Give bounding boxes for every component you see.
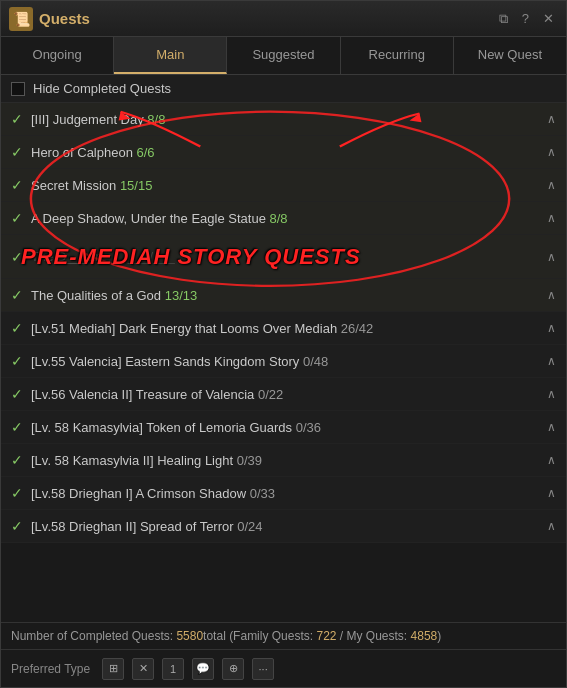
check-icon: ✓ bbox=[11, 111, 23, 127]
tab-bar: Ongoing Main Suggested Recurring New Que… bbox=[1, 37, 566, 75]
pref-icon-1[interactable]: 1 bbox=[162, 658, 184, 680]
pref-icon-chat[interactable]: 💬 bbox=[192, 658, 214, 680]
expand-icon[interactable]: ∧ bbox=[547, 486, 556, 500]
window-icon: 📜 bbox=[9, 7, 33, 31]
tab-suggested[interactable]: Suggested bbox=[227, 37, 340, 74]
check-icon: ✓ bbox=[11, 452, 23, 468]
quest-item[interactable]: ✓ [Lv.58 Drieghan I] A Crimson Shadow 0/… bbox=[1, 477, 566, 510]
quest-name: [Lv. 58 Kamasylvia II] Healing Light 0/3… bbox=[31, 453, 547, 468]
quest-name: [Lv.58 Drieghan I] A Crimson Shadow 0/33 bbox=[31, 486, 547, 501]
close-button[interactable]: ✕ bbox=[539, 9, 558, 29]
quest-item[interactable]: ✓ [III] Judgement Day 8/8 ∧ bbox=[1, 103, 566, 136]
expand-icon[interactable]: ∧ bbox=[547, 112, 556, 126]
hide-completed-row[interactable]: Hide Completed Quests bbox=[1, 75, 566, 103]
check-icon: ✓ bbox=[11, 249, 23, 265]
quest-name: [Lv.58 Drieghan II] Spread of Terror 0/2… bbox=[31, 519, 547, 534]
quest-item-annotated[interactable]: ✓ The D___an___ ___/___ ∧ PRE-MEDIAH STO… bbox=[1, 235, 566, 279]
quest-name: [Lv. 58 Kamasylvia] Token of Lemoria Gua… bbox=[31, 420, 547, 435]
quests-window: 📜 Quests ⧉ ? ✕ Ongoing Main Suggested Re… bbox=[0, 0, 567, 688]
pref-icon-more[interactable]: ··· bbox=[252, 658, 274, 680]
status-bar: Number of Completed Quests: 5580total (F… bbox=[1, 622, 566, 649]
tab-ongoing[interactable]: Ongoing bbox=[1, 37, 114, 74]
quest-name: The D___an___ ___/___ bbox=[31, 249, 547, 264]
title-bar: 📜 Quests ⧉ ? ✕ bbox=[1, 1, 566, 37]
hide-completed-checkbox[interactable] bbox=[11, 82, 25, 96]
quest-item[interactable]: ✓ [Lv.55 Valencia] Eastern Sands Kingdom… bbox=[1, 345, 566, 378]
quest-item[interactable]: ✓ [Lv. 58 Kamasylvia II] Healing Light 0… bbox=[1, 444, 566, 477]
tab-recurring[interactable]: Recurring bbox=[341, 37, 454, 74]
window-title: Quests bbox=[39, 10, 495, 27]
title-controls: ⧉ ? ✕ bbox=[495, 9, 558, 29]
expand-icon[interactable]: ∧ bbox=[547, 387, 556, 401]
status-prefix: Number of Completed Quests: bbox=[11, 629, 176, 643]
preferred-type-bar: Preferred Type ⊞ ✕ 1 💬 ⊕ ··· bbox=[1, 649, 566, 687]
tab-new-quest[interactable]: New Quest bbox=[454, 37, 566, 74]
check-icon: ✓ bbox=[11, 518, 23, 534]
pref-icon-plus[interactable]: ⊕ bbox=[222, 658, 244, 680]
expand-icon[interactable]: ∧ bbox=[547, 250, 556, 264]
check-icon: ✓ bbox=[11, 177, 23, 193]
quest-name: A Deep Shadow, Under the Eagle Statue 8/… bbox=[31, 211, 547, 226]
quest-name: Hero of Calpheon 6/6 bbox=[31, 145, 547, 160]
check-icon: ✓ bbox=[11, 353, 23, 369]
check-icon: ✓ bbox=[11, 419, 23, 435]
check-icon: ✓ bbox=[11, 287, 23, 303]
status-suffix: ) bbox=[437, 629, 441, 643]
status-total-label: total (Family Quests: bbox=[203, 629, 316, 643]
expand-icon[interactable]: ∧ bbox=[547, 211, 556, 225]
my-count: 4858 bbox=[411, 629, 438, 643]
expand-icon[interactable]: ∧ bbox=[547, 453, 556, 467]
quest-name: Secret Mission 15/15 bbox=[31, 178, 547, 193]
pref-icon-x[interactable]: ✕ bbox=[132, 658, 154, 680]
expand-icon[interactable]: ∧ bbox=[547, 178, 556, 192]
help-button[interactable]: ? bbox=[518, 9, 533, 29]
quest-name: [Lv.56 Valencia II] Treasure of Valencia… bbox=[31, 387, 547, 402]
quest-name: [Lv.55 Valencia] Eastern Sands Kingdom S… bbox=[31, 354, 547, 369]
total-count: 5580 bbox=[176, 629, 203, 643]
expand-icon[interactable]: ∧ bbox=[547, 519, 556, 533]
expand-icon[interactable]: ∧ bbox=[547, 145, 556, 159]
quest-name: [Lv.51 Mediah] Dark Energy that Looms Ov… bbox=[31, 321, 547, 336]
quest-name: [III] Judgement Day 8/8 bbox=[31, 112, 547, 127]
check-icon: ✓ bbox=[11, 320, 23, 336]
expand-icon[interactable]: ∧ bbox=[547, 288, 556, 302]
quest-item[interactable]: ✓ The Qualities of a God 13/13 ∧ bbox=[1, 279, 566, 312]
quest-item[interactable]: ✓ [Lv.51 Mediah] Dark Energy that Looms … bbox=[1, 312, 566, 345]
family-suffix: / My Quests: bbox=[337, 629, 411, 643]
expand-icon[interactable]: ∧ bbox=[547, 354, 556, 368]
family-count: 722 bbox=[316, 629, 336, 643]
pref-icon-grid[interactable]: ⊞ bbox=[102, 658, 124, 680]
quest-item[interactable]: ✓ [Lv.58 Drieghan II] Spread of Terror 0… bbox=[1, 510, 566, 543]
check-icon: ✓ bbox=[11, 386, 23, 402]
quest-list: ✓ [III] Judgement Day 8/8 ∧ ✓ Hero of Ca… bbox=[1, 103, 566, 622]
tab-main[interactable]: Main bbox=[114, 37, 227, 74]
quest-item[interactable]: ✓ [Lv. 58 Kamasylvia] Token of Lemoria G… bbox=[1, 411, 566, 444]
check-icon: ✓ bbox=[11, 210, 23, 226]
preferred-label: Preferred Type bbox=[11, 662, 90, 676]
restore-button[interactable]: ⧉ bbox=[495, 9, 512, 29]
quest-item[interactable]: ✓ Hero of Calpheon 6/6 ∧ bbox=[1, 136, 566, 169]
check-icon: ✓ bbox=[11, 144, 23, 160]
quest-item[interactable]: ✓ [Lv.56 Valencia II] Treasure of Valenc… bbox=[1, 378, 566, 411]
expand-icon[interactable]: ∧ bbox=[547, 420, 556, 434]
quest-item[interactable]: ✓ A Deep Shadow, Under the Eagle Statue … bbox=[1, 202, 566, 235]
quest-name: The Qualities of a God 13/13 bbox=[31, 288, 547, 303]
quest-item[interactable]: ✓ Secret Mission 15/15 ∧ bbox=[1, 169, 566, 202]
check-icon: ✓ bbox=[11, 485, 23, 501]
hide-completed-label: Hide Completed Quests bbox=[33, 81, 171, 96]
premediah-quest-group: ✓ [III] Judgement Day 8/8 ∧ ✓ Hero of Ca… bbox=[1, 103, 566, 312]
expand-icon[interactable]: ∧ bbox=[547, 321, 556, 335]
